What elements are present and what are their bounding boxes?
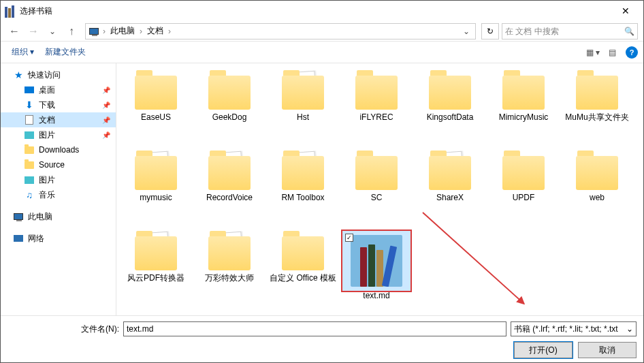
folder-icon bbox=[135, 236, 177, 270]
folder-item-KingsoftData[interactable]: KingsoftData bbox=[413, 67, 487, 148]
search-input[interactable] bbox=[505, 27, 624, 36]
open-button[interactable]: 打开(O) bbox=[514, 342, 573, 358]
filename-field[interactable] bbox=[123, 321, 506, 336]
network-icon bbox=[13, 233, 24, 244]
desktop-icon bbox=[24, 84, 35, 95]
folder-item-MuMu共享文件夹[interactable]: MuMu共享文件夹 bbox=[560, 67, 634, 148]
sidebar-item-label: Source bbox=[39, 160, 65, 170]
folder-icon bbox=[24, 144, 35, 155]
item-label: 风云PDF转换器 bbox=[127, 273, 184, 284]
folder-icon bbox=[502, 76, 545, 110]
pin-icon: 📌 bbox=[102, 101, 110, 109]
folder-item-EaseUS[interactable]: EaseUS bbox=[119, 67, 193, 148]
recent-dropdown[interactable]: ⌄ bbox=[44, 23, 61, 40]
item-label: RecordVoice bbox=[206, 193, 253, 204]
item-label: 自定义 Office 模板 bbox=[270, 273, 336, 284]
folder-item-SC[interactable]: SC bbox=[340, 148, 413, 228]
refresh-button[interactable]: ↻ bbox=[481, 23, 499, 40]
help-button[interactable]: ? bbox=[626, 46, 638, 59]
window-title: 选择书籍 bbox=[20, 5, 612, 17]
folder-icon bbox=[208, 76, 251, 110]
sidebar-item-文档[interactable]: 文档📌 bbox=[1, 112, 116, 127]
folder-item-MimicryMusic[interactable]: MimicryMusic bbox=[487, 67, 560, 148]
sidebar-item-图片[interactable]: 图片 bbox=[1, 172, 116, 187]
item-label: Hst bbox=[297, 112, 309, 123]
crumb-this-pc[interactable]: 此电脑 bbox=[109, 25, 136, 37]
folder-item-UPDF[interactable]: UPDF bbox=[487, 148, 560, 228]
pin-icon: 📌 bbox=[102, 131, 110, 139]
item-label: EaseUS bbox=[141, 112, 171, 123]
sidebar-item-label: 桌面 bbox=[39, 84, 55, 96]
item-label: text.md bbox=[363, 291, 389, 302]
close-button[interactable]: ✕ bbox=[612, 1, 639, 21]
folder-item-Hst[interactable]: Hst bbox=[266, 67, 340, 148]
sidebar-this-pc[interactable]: 此电脑 bbox=[1, 209, 116, 224]
folder-icon bbox=[282, 236, 324, 270]
folder-item-RM Toolbox[interactable]: RM Toolbox bbox=[266, 148, 340, 228]
item-label: MimicryMusic bbox=[499, 112, 549, 123]
folder-item-自定义 Office 模板[interactable]: 自定义 Office 模板 bbox=[266, 228, 340, 309]
sidebar-item-桌面[interactable]: 桌面📌 bbox=[1, 82, 116, 97]
folder-item-web[interactable]: web bbox=[560, 148, 634, 228]
folder-icon bbox=[24, 159, 35, 170]
sidebar-item-下载[interactable]: ⬇下载📌 bbox=[1, 97, 116, 112]
item-label: KingsoftData bbox=[427, 112, 474, 123]
item-label: mymusic bbox=[140, 193, 172, 204]
pc-icon bbox=[13, 211, 24, 222]
back-button[interactable]: ← bbox=[6, 23, 22, 40]
folder-icon bbox=[282, 76, 324, 110]
nav-row: ← → ⌄ ↑ › 此电脑 › 文档 › ⌄ ↻ 🔍 bbox=[1, 21, 643, 42]
folder-icon bbox=[355, 76, 398, 110]
checkbox-icon[interactable]: ✓ bbox=[345, 234, 353, 242]
sidebar-item-label: 文档 bbox=[39, 114, 55, 126]
sidebar-item-音乐[interactable]: ♫音乐 bbox=[1, 187, 116, 202]
folder-item-风云PDF转换器[interactable]: 风云PDF转换器 bbox=[119, 228, 193, 309]
folder-item-ShareX[interactable]: ShareX bbox=[413, 148, 487, 228]
file-item-text.md[interactable]: ✓text.md bbox=[340, 228, 413, 309]
folder-icon bbox=[135, 156, 177, 190]
breadcrumb-dropdown[interactable]: ⌄ bbox=[460, 27, 472, 36]
folder-item-mymusic[interactable]: mymusic bbox=[119, 148, 193, 228]
folder-icon bbox=[355, 156, 398, 190]
item-label: web bbox=[590, 193, 605, 204]
folder-item-iFLYREC[interactable]: iFLYREC bbox=[340, 67, 413, 148]
sidebar-item-label: 音乐 bbox=[39, 189, 55, 201]
search-icon: 🔍 bbox=[624, 27, 634, 36]
folder-icon bbox=[429, 76, 471, 110]
sidebar-quick-access[interactable]: ★ 快速访问 bbox=[1, 67, 116, 82]
sidebar-network[interactable]: 网络 bbox=[1, 231, 116, 246]
folder-icon bbox=[208, 236, 251, 270]
toolbar: 组织 ▾ 新建文件夹 ▦ ▾ ▤ ? bbox=[1, 42, 643, 63]
app-icon bbox=[5, 4, 16, 18]
folder-item-GeekDog[interactable]: GeekDog bbox=[193, 67, 266, 148]
filetype-filter[interactable]: 书籍 (*.lrf; *.rtf; *.lit; *.txt; *.txt ⌄ bbox=[511, 321, 637, 336]
sidebar-item-Source[interactable]: Source bbox=[1, 157, 116, 172]
sidebar-item-Downloads[interactable]: Downloads bbox=[1, 142, 116, 157]
folder-item-RecordVoice[interactable]: RecordVoice bbox=[193, 148, 266, 228]
filename-input[interactable] bbox=[127, 324, 503, 334]
picture-icon bbox=[24, 129, 35, 140]
preview-pane-button[interactable]: ▤ bbox=[602, 45, 622, 60]
footer: 文件名(N): 书籍 (*.lrf; *.rtf; *.lit; *.txt; … bbox=[1, 315, 643, 363]
sidebar-item-图片[interactable]: 图片📌 bbox=[1, 127, 116, 142]
item-label: UPDF bbox=[513, 193, 535, 204]
crumb-documents[interactable]: 文档 bbox=[146, 25, 165, 37]
calibre-book-icon bbox=[351, 235, 402, 287]
folder-icon bbox=[135, 76, 177, 110]
view-mode-button[interactable]: ▦ ▾ bbox=[583, 45, 602, 60]
item-label: RM Toolbox bbox=[281, 193, 324, 204]
breadcrumb[interactable]: › 此电脑 › 文档 › ⌄ bbox=[85, 23, 476, 40]
new-folder-button[interactable]: 新建文件夹 bbox=[39, 44, 91, 61]
up-button[interactable]: ↑ bbox=[63, 23, 80, 40]
cancel-button[interactable]: 取消 bbox=[578, 342, 637, 358]
organize-button[interactable]: 组织 ▾ bbox=[6, 44, 39, 61]
forward-button[interactable]: → bbox=[25, 23, 42, 40]
sidebar-item-label: Downloads bbox=[39, 145, 79, 155]
folder-icon bbox=[576, 76, 618, 110]
sidebar-item-label: 图片 bbox=[39, 129, 55, 141]
search-box[interactable]: 🔍 bbox=[502, 23, 638, 40]
chevron-down-icon: ⌄ bbox=[626, 324, 633, 334]
folder-item-万彩特效大师[interactable]: 万彩特效大师 bbox=[193, 228, 266, 309]
folder-icon bbox=[208, 156, 251, 190]
item-label: 万彩特效大师 bbox=[205, 273, 254, 284]
